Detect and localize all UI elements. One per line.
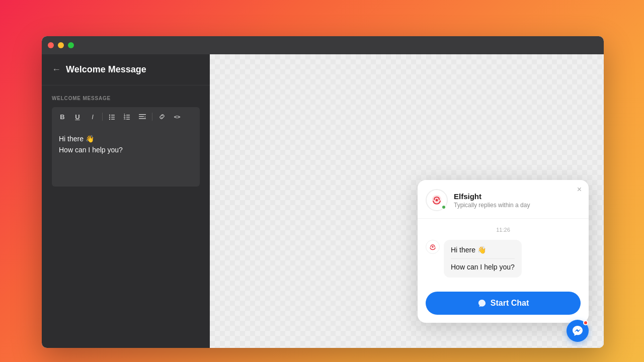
align-button[interactable] [136, 110, 149, 123]
toolbar-divider-2 [152, 113, 152, 121]
browser-titlebar [42, 36, 604, 54]
svg-rect-12 [139, 114, 146, 115]
code-button[interactable]: <> [171, 110, 184, 123]
right-panel: × Elfsight Typically [210, 54, 604, 348]
messenger-fab[interactable] [567, 320, 589, 342]
svg-rect-11 [126, 119, 130, 120]
message-text-2: How can I help you? [451, 258, 515, 273]
svg-rect-14 [139, 118, 146, 119]
online-dot [441, 205, 446, 210]
svg-rect-1 [111, 115, 115, 116]
svg-rect-3 [111, 117, 115, 118]
underline-button[interactable]: U [71, 110, 84, 123]
svg-point-17 [432, 246, 434, 248]
svg-rect-13 [139, 116, 144, 117]
svg-marker-15 [144, 116, 145, 118]
chat-popup: × Elfsight Typically [418, 180, 589, 323]
section-label: WELCOME MESSAGE [52, 96, 200, 101]
browser-content: ← Welcome Message WELCOME MESSAGE B U I [42, 54, 604, 348]
italic-button[interactable]: I [86, 110, 99, 123]
chat-messages: 11:26 Hi there 👋 How can I help you? [418, 219, 589, 286]
panel-title: Welcome Message [66, 64, 146, 75]
chat-popup-close[interactable]: × [577, 185, 582, 194]
traffic-light-close[interactable] [48, 42, 54, 48]
editor-area[interactable]: Hi there 👋 How can I help you? [52, 126, 200, 187]
left-panel-body: WELCOME MESSAGE B U I [42, 85, 210, 348]
traffic-light-minimize[interactable] [58, 42, 64, 48]
back-button[interactable]: ← [52, 64, 61, 75]
editor-line-1: Hi there 👋 [59, 133, 193, 144]
message-avatar [426, 240, 440, 254]
unordered-list-button[interactable] [106, 110, 119, 123]
svg-rect-5 [111, 119, 115, 120]
message-bubble: Hi there 👋 How can I help you? [444, 240, 522, 278]
brand-info: Elfsight Typically replies within a day [454, 192, 581, 209]
ordered-list-button[interactable]: 1. 2. 3. [121, 110, 134, 123]
traffic-light-maximize[interactable] [68, 42, 74, 48]
brand-status: Typically replies within a day [454, 202, 581, 209]
editor-line-2: How can I help you? [59, 144, 193, 155]
chat-message-row: Hi there 👋 How can I help you? [426, 240, 581, 278]
svg-point-0 [109, 115, 110, 116]
svg-point-2 [109, 117, 110, 118]
toolbar-divider-1 [102, 113, 103, 121]
svg-rect-9 [126, 117, 130, 118]
svg-point-4 [109, 119, 110, 120]
brand-avatar [426, 189, 448, 211]
chat-popup-header: Elfsight Typically replies within a day [418, 180, 589, 219]
start-chat-label: Start Chat [491, 299, 529, 308]
notification-dot [583, 320, 588, 325]
svg-text:3.: 3. [124, 117, 126, 120]
browser-window: ← Welcome Message WELCOME MESSAGE B U I [42, 36, 604, 348]
link-button[interactable] [155, 110, 169, 123]
chat-timestamp: 11:26 [426, 227, 581, 233]
svg-rect-7 [126, 115, 130, 116]
left-panel-header: ← Welcome Message [42, 54, 210, 85]
start-chat-button[interactable]: Start Chat [426, 292, 581, 315]
message-text-1: Hi there 👋 [451, 245, 515, 255]
bold-button[interactable]: B [56, 110, 69, 123]
editor-toolbar: B U I [52, 107, 200, 126]
chat-popup-footer: Start Chat [418, 286, 589, 323]
left-panel: ← Welcome Message WELCOME MESSAGE B U I [42, 54, 210, 348]
svg-point-16 [436, 199, 438, 202]
brand-name: Elfsight [454, 192, 581, 201]
